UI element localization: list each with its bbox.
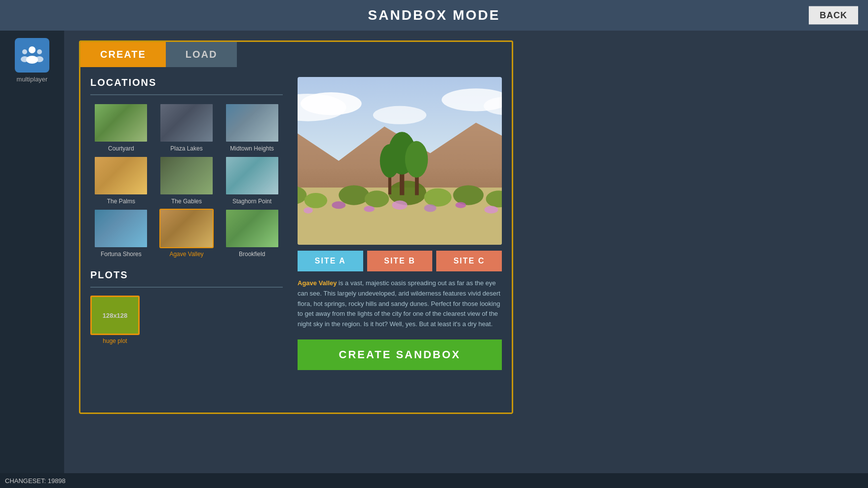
svg-point-3 [21, 56, 29, 62]
site-c-button[interactable]: SITE C [436, 251, 502, 271]
multiplayer-label: multiplayer [17, 75, 48, 83]
svg-point-31 [455, 202, 466, 208]
left-section: LOCATIONS Courtyard [80, 67, 293, 413]
panel: CREATE LOAD LOCATIONS Courtyard [79, 40, 513, 414]
page-title: SANDBOX MODE [368, 7, 500, 23]
plots-divider [90, 287, 283, 288]
location-plazalakes[interactable]: Plaza Lakes [156, 103, 218, 152]
tab-load[interactable]: LOAD [166, 42, 237, 67]
changeset-label: CHANGESET: 19898 [5, 477, 66, 485]
svg-point-21 [424, 188, 452, 207]
multiplayer-button[interactable] [15, 38, 49, 73]
location-courtyard[interactable]: Courtyard [90, 103, 152, 152]
svg-point-0 [29, 46, 36, 53]
location-midtownheights[interactable]: Midtown Heights [221, 103, 283, 152]
svg-point-39 [380, 144, 400, 178]
site-buttons: SITE A SITE B SITE C [298, 251, 502, 271]
svg-point-2 [22, 49, 27, 54]
svg-point-17 [304, 193, 327, 208]
svg-point-20 [388, 181, 426, 205]
location-name: Agave Valley [298, 279, 337, 287]
create-sandbox-button[interactable]: CREATE SANDBOX [298, 339, 502, 370]
svg-point-19 [365, 190, 389, 207]
locations-grid: Courtyard Plaza Lakes Midtow [90, 103, 283, 258]
plots-title: PLOTS [90, 269, 283, 281]
location-description: Agave Valley is a vast, majestic oasis s… [298, 278, 502, 330]
svg-point-18 [339, 185, 369, 205]
tab-create[interactable]: CREATE [80, 42, 166, 67]
locations-divider [90, 94, 283, 95]
svg-point-37 [405, 141, 428, 178]
main-content: CREATE LOAD LOCATIONS Courtyard [64, 31, 868, 473]
location-brookfield[interactable]: Brookfield [221, 209, 283, 258]
location-thepalms[interactable]: The Palms [90, 156, 152, 205]
tabs: CREATE LOAD [80, 42, 512, 67]
svg-point-5 [36, 56, 43, 62]
location-agavevalley[interactable]: Agave Valley [156, 209, 218, 258]
svg-point-8 [301, 92, 362, 115]
location-thegables[interactable]: The Gables [156, 156, 218, 205]
svg-point-26 [303, 207, 313, 213]
back-button[interactable]: BACK [809, 6, 858, 25]
svg-point-29 [392, 200, 408, 210]
svg-point-30 [424, 204, 436, 212]
svg-point-22 [453, 185, 484, 205]
location-fortunashores[interactable]: Fortuna Shores [90, 209, 152, 258]
plots-grid: 128x128 huge plot [90, 296, 283, 344]
right-section: SITE A SITE B SITE C Agave Valley is a v… [293, 67, 512, 413]
preview-image [298, 77, 502, 245]
svg-point-27 [332, 201, 345, 209]
svg-point-32 [485, 206, 498, 213]
sidebar: multiplayer [0, 31, 64, 488]
header: SANDBOX MODE BACK [0, 0, 868, 31]
svg-point-4 [37, 49, 42, 54]
svg-point-9 [373, 106, 426, 124]
site-a-button[interactable]: SITE A [298, 251, 363, 271]
panel-body: LOCATIONS Courtyard [80, 67, 512, 413]
plot-huge-thumb: 128x128 [90, 296, 140, 335]
svg-point-28 [364, 206, 375, 212]
status-bar: CHANGESET: 19898 [0, 473, 868, 488]
plot-huge[interactable]: 128x128 huge plot [90, 296, 140, 344]
locations-title: LOCATIONS [90, 77, 283, 88]
location-staghornpoint[interactable]: Staghorn Point [221, 156, 283, 205]
site-b-button[interactable]: SITE B [367, 251, 433, 271]
